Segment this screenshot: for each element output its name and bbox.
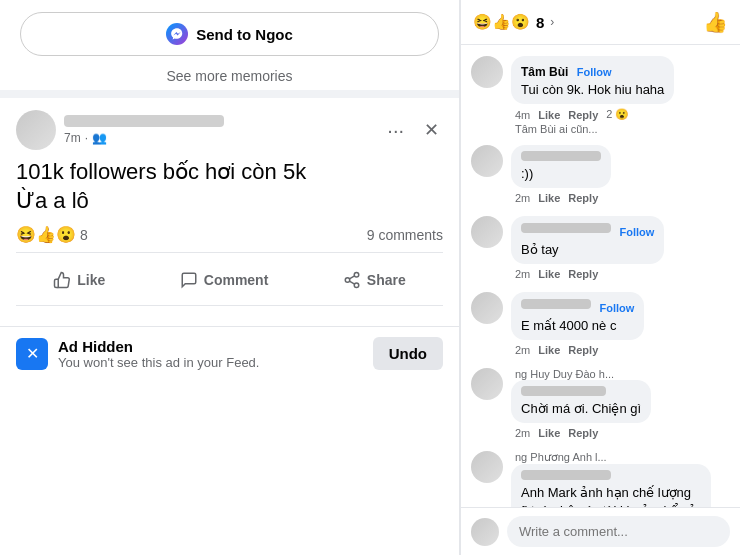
ad-hidden-left: ✕ Ad Hidden You won't see this ad in you… [16, 338, 259, 370]
avatar [471, 56, 503, 88]
comment-meta: 2m Like Reply [511, 342, 730, 358]
reply-action[interactable]: Reply [568, 427, 598, 439]
comment-meta: 4m Like Reply 2 😮 [511, 106, 730, 123]
reaction-emojis-group: 😆👍😮 8 [16, 225, 88, 244]
reaction-emojis: 😆👍😮 [16, 225, 76, 244]
comment-bubble: Follow E mất 4000 nè c [511, 292, 644, 340]
comment-item: Follow E mất 4000 nè c 2m Like Reply [461, 287, 740, 363]
comment-body: Follow E mất 4000 nè c 2m Like Reply [511, 292, 730, 358]
ad-hidden-subtitle: You won't see this ad in your Feed. [58, 355, 259, 370]
comment-author-name: Tâm Bùi Follow [521, 62, 664, 80]
author-name-blur [521, 223, 611, 233]
author-name-blur [521, 386, 606, 396]
svg-point-1 [345, 278, 350, 283]
avatar [471, 145, 503, 177]
write-comment-bar [461, 507, 740, 555]
author-name-blur [64, 115, 224, 127]
comment-item: ng Phương Anh l... Anh Mark ảnh hạn chế … [461, 446, 740, 507]
like-action[interactable]: Like [538, 344, 560, 356]
tagged-name: Tâm Bùi ai cũn... [511, 123, 730, 135]
more-options-button[interactable]: ··· [379, 115, 412, 146]
like-button[interactable]: Like [37, 263, 121, 297]
comment-bubble: Tâm Bùi Follow Tui còn 9k. Hok hiu haha [511, 56, 674, 104]
comment-bubble: Chời má ơi. Chiện gì [511, 380, 651, 423]
comments-list: Tâm Bùi Follow Tui còn 9k. Hok hiu haha … [461, 45, 740, 507]
comment-bubble: :)) [511, 145, 611, 188]
tagged-name: ng Huy Duy Đào h... [511, 368, 730, 380]
send-to-ngoc-button[interactable]: Send to Ngoc [20, 12, 439, 56]
like-action[interactable]: Like [538, 192, 560, 204]
ad-hidden-bar: ✕ Ad Hidden You won't see this ad in you… [0, 326, 459, 380]
post-action-buttons: Like Comment Share [16, 261, 443, 306]
comment-bubble: Follow Bỏ tay [511, 216, 664, 264]
ad-hidden-icon: ✕ [16, 338, 48, 370]
comment-meta: 2m Like Reply [511, 190, 730, 206]
comment-meta: 2m Like Reply [511, 425, 730, 441]
undo-button[interactable]: Undo [373, 337, 443, 370]
header-emoji-icons: 😆👍😮 [473, 13, 530, 31]
comments-count[interactable]: 9 comments [367, 227, 443, 243]
author-name-blur [521, 470, 611, 480]
follow-tag[interactable]: Follow [599, 302, 634, 314]
comment-bubble: Anh Mark ảnh hạn chế lượng fl toàn bộ cá… [511, 464, 711, 507]
svg-line-3 [349, 281, 354, 284]
post-actions-right: ··· ✕ [379, 115, 443, 146]
comment-item: Follow Bỏ tay 2m Like Reply [461, 211, 740, 287]
reply-action[interactable]: Reply [568, 344, 598, 356]
share-button[interactable]: Share [327, 263, 422, 297]
comment-item: Tâm Bùi Follow Tui còn 9k. Hok hiu haha … [461, 51, 740, 140]
like-action[interactable]: Like [538, 109, 560, 121]
user-avatar [471, 518, 499, 546]
avatar [471, 292, 503, 324]
reaction-count: 8 [80, 227, 88, 243]
comment-item: :)) 2m Like Reply [461, 140, 740, 211]
follow-tag[interactable]: Follow [619, 226, 654, 238]
write-comment-input[interactable] [507, 516, 730, 547]
author-name-blur [521, 151, 601, 161]
post-content: 101k followers bốc hơi còn 5k Ừa a lô [16, 158, 443, 215]
like-action[interactable]: Like [538, 427, 560, 439]
section-divider [0, 90, 459, 98]
messenger-icon [166, 23, 188, 45]
thumbs-up-icon: 👍 [703, 10, 728, 34]
post-author-info: 7m · 👥 [64, 115, 224, 145]
right-panel: 😆👍😮 8 › 👍 Tâm Bùi Follow Tui còn 9k. Hok… [460, 0, 740, 555]
tagged-name: ng Phương Anh l... [511, 451, 730, 464]
comment-author-name: Follow [521, 298, 634, 316]
chevron-right-icon: › [550, 15, 554, 29]
ad-hidden-text: Ad Hidden You won't see this ad in your … [58, 338, 259, 370]
comment-button[interactable]: Comment [164, 263, 285, 297]
send-btn-label: Send to Ngoc [196, 26, 293, 43]
comments-panel-header: 😆👍😮 8 › 👍 [461, 0, 740, 45]
avatar [471, 216, 503, 248]
avatar [471, 451, 503, 483]
audience-icon: 👥 [92, 131, 107, 145]
reply-action[interactable]: Reply [568, 192, 598, 204]
comment-body: ng Phương Anh l... Anh Mark ảnh hạn chế … [511, 451, 730, 507]
reply-action[interactable]: Reply [568, 109, 598, 121]
close-post-button[interactable]: ✕ [420, 115, 443, 145]
comment-body: Follow Bỏ tay 2m Like Reply [511, 216, 730, 282]
see-more-memories-link[interactable]: See more memories [0, 62, 459, 90]
comment-body: Tâm Bùi Follow Tui còn 9k. Hok hiu haha … [511, 56, 730, 135]
post-header: 7m · 👥 ··· ✕ [16, 110, 443, 150]
follow-tag[interactable]: Follow [577, 66, 612, 78]
ad-hidden-title: Ad Hidden [58, 338, 259, 355]
comment-item: ng Huy Duy Đào h... Chời má ơi. Chiện gì… [461, 363, 740, 446]
svg-line-4 [349, 276, 354, 279]
svg-point-0 [354, 273, 359, 278]
post-time: 7m · 👥 [64, 131, 224, 145]
reply-action[interactable]: Reply [568, 268, 598, 280]
left-panel: Send to Ngoc See more memories 7m · 👥 ··… [0, 0, 460, 555]
avatar [16, 110, 56, 150]
avatar [471, 368, 503, 400]
header-reaction-count: 8 [536, 14, 544, 31]
comment-body: ng Huy Duy Đào h... Chời má ơi. Chiện gì… [511, 368, 730, 441]
author-name-blur [521, 299, 591, 309]
comment-meta: 2m Like Reply [511, 266, 730, 282]
post-card: 7m · 👥 ··· ✕ 101k followers bốc hơi còn … [0, 98, 459, 318]
svg-point-2 [354, 283, 359, 288]
like-action[interactable]: Like [538, 268, 560, 280]
reactions-row: 😆👍😮 8 9 comments [16, 225, 443, 253]
comment-author-name: Follow [521, 222, 654, 240]
